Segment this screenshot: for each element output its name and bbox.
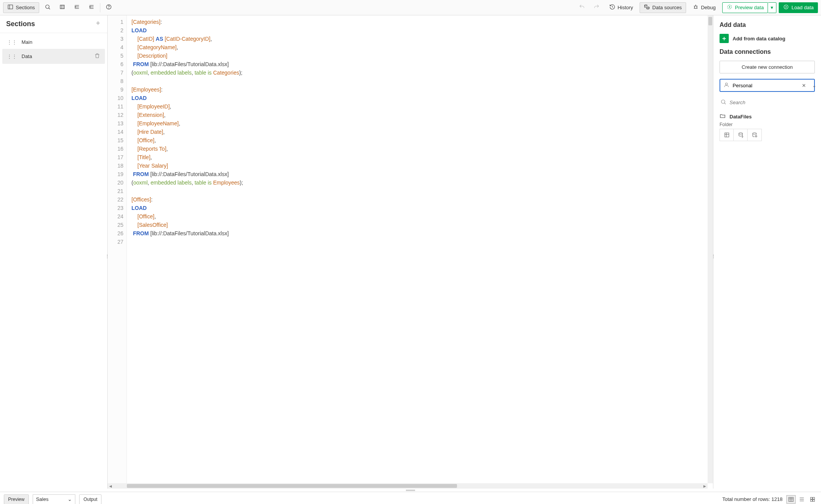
table-selector[interactable]: Sales ⌄ (33, 494, 76, 504)
connection-search[interactable] (720, 97, 815, 108)
connection-settings-button[interactable] (748, 129, 761, 141)
svg-rect-44 (813, 497, 815, 499)
svg-line-21 (694, 8, 695, 8)
plus-icon: ＋ (720, 34, 729, 43)
view-table-button[interactable] (786, 495, 796, 504)
space-input[interactable] (733, 83, 797, 88)
svg-line-22 (696, 8, 697, 8)
preview-tab[interactable]: Preview (4, 494, 29, 504)
svg-point-28 (721, 100, 725, 103)
preview-pane: Preview Sales ⌄ Output Total number of r… (0, 492, 821, 504)
load-data-label: Load data (791, 5, 814, 10)
history-label: History (618, 5, 633, 10)
data-sources-label: Data sources (652, 5, 682, 10)
preview-icon (726, 4, 733, 11)
indent-button[interactable] (71, 2, 83, 13)
create-connection-button[interactable]: Create new connection (720, 61, 815, 73)
svg-point-15 (645, 5, 647, 6)
load-data-button[interactable]: Load data (779, 2, 818, 13)
svg-rect-36 (789, 497, 793, 501)
load-icon (783, 4, 789, 11)
delete-section-button[interactable] (94, 53, 100, 60)
editor-hscroll[interactable]: ◂▸ (108, 483, 708, 489)
svg-line-20 (696, 6, 697, 6)
right-panel: ⦙ Add data ＋ Add from data catalog Data … (713, 15, 821, 489)
space-dropdown-button[interactable]: ⌄ (811, 83, 818, 88)
view-grid-button[interactable] (808, 495, 817, 504)
svg-rect-0 (8, 5, 13, 9)
connection-search-input[interactable] (730, 100, 814, 105)
section-item-main[interactable]: ⋮⋮ Main (2, 35, 105, 49)
svg-point-35 (755, 135, 757, 137)
output-tab-label: Output (83, 497, 97, 502)
top-toolbar: Sections History Data sources Debug Prev… (0, 0, 821, 15)
create-connection-label: Create new connection (742, 64, 793, 70)
sections-button[interactable]: Sections (3, 2, 39, 13)
table-selector-value: Sales (36, 496, 49, 502)
history-button[interactable]: History (605, 2, 637, 13)
space-selector[interactable]: ✕ ⌄ (720, 79, 815, 92)
section-item-data[interactable]: ⋮⋮ Data (2, 49, 105, 64)
svg-point-16 (646, 7, 649, 8)
preview-tab-label: Preview (8, 497, 25, 502)
section-label: Data (22, 53, 32, 59)
redo-icon (593, 4, 600, 11)
preview-data-button[interactable]: Preview data (722, 2, 768, 13)
add-data-title: Add data (720, 22, 815, 28)
svg-point-2 (46, 5, 49, 8)
search-icon (45, 4, 51, 11)
editor-gutter: 1 2 3 4 5 6 7 8 9 10 11 12 13 14 15 16 1… (108, 15, 127, 489)
drag-handle-icon[interactable]: ⋮⋮ (7, 39, 17, 45)
chevron-down-icon: ▾ (771, 5, 773, 10)
svg-point-27 (725, 83, 727, 85)
editor-vscroll[interactable] (708, 15, 713, 483)
redo-button[interactable] (590, 2, 603, 13)
help-button[interactable] (103, 2, 115, 13)
connection-actions (720, 129, 762, 141)
preview-data-label: Preview data (735, 5, 764, 10)
horizontal-splitter[interactable] (0, 489, 821, 492)
select-data-button[interactable] (720, 129, 734, 141)
svg-point-34 (753, 133, 756, 134)
data-sources-icon (644, 4, 650, 11)
rightpanel-collapse-handle[interactable]: ⦙ (712, 252, 715, 261)
undo-icon (579, 4, 585, 11)
sections-button-label: Sections (16, 5, 35, 10)
insert-script-button[interactable] (734, 129, 748, 141)
svg-point-23 (728, 5, 732, 9)
sections-sidebar: Sections ⋮⋮ Main ⋮⋮ Data ⦙ (0, 15, 108, 489)
data-connections-title: Data connections (720, 48, 815, 55)
svg-point-33 (739, 133, 742, 134)
panel-icon (7, 4, 13, 11)
script-editor[interactable]: 1 2 3 4 5 6 7 8 9 10 11 12 13 14 15 16 1… (108, 15, 713, 489)
work-area: Sections ⋮⋮ Main ⋮⋮ Data ⦙ 1 2 3 4 5 6 7… (0, 15, 821, 489)
svg-rect-45 (811, 499, 813, 501)
svg-rect-46 (813, 499, 815, 501)
folder-icon (720, 113, 726, 120)
editor-code[interactable]: [Categories]: LOAD [CatID] AS [CatID-Cat… (127, 15, 713, 489)
outdent-icon (88, 4, 95, 11)
indent-icon (74, 4, 80, 11)
user-icon (723, 82, 730, 89)
debug-button[interactable]: Debug (688, 2, 720, 13)
clear-space-button[interactable]: ✕ (800, 83, 808, 88)
search-button[interactable] (42, 2, 54, 13)
output-tab[interactable]: Output (79, 494, 101, 504)
add-from-catalog-button[interactable]: ＋ Add from data catalog (720, 34, 815, 43)
editor-pane: 1 2 3 4 5 6 7 8 9 10 11 12 13 14 15 16 1… (108, 15, 713, 489)
view-list-button[interactable] (797, 495, 806, 504)
drag-handle-icon[interactable]: ⋮⋮ (7, 53, 17, 59)
search-icon (720, 99, 726, 106)
add-section-button[interactable] (95, 20, 101, 28)
connection-item[interactable]: DataFiles Folder (720, 113, 815, 141)
debug-icon (693, 4, 699, 11)
comment-toggle-button[interactable] (56, 2, 68, 13)
svg-line-19 (694, 6, 695, 6)
undo-button[interactable] (576, 2, 588, 13)
section-label: Main (22, 39, 32, 45)
data-sources-button[interactable]: Data sources (640, 2, 686, 13)
outdent-button[interactable] (85, 2, 98, 13)
preview-data-dropdown[interactable]: ▾ (768, 2, 776, 13)
connection-name: DataFiles (730, 114, 752, 120)
chevron-down-icon: ⌄ (68, 496, 72, 502)
